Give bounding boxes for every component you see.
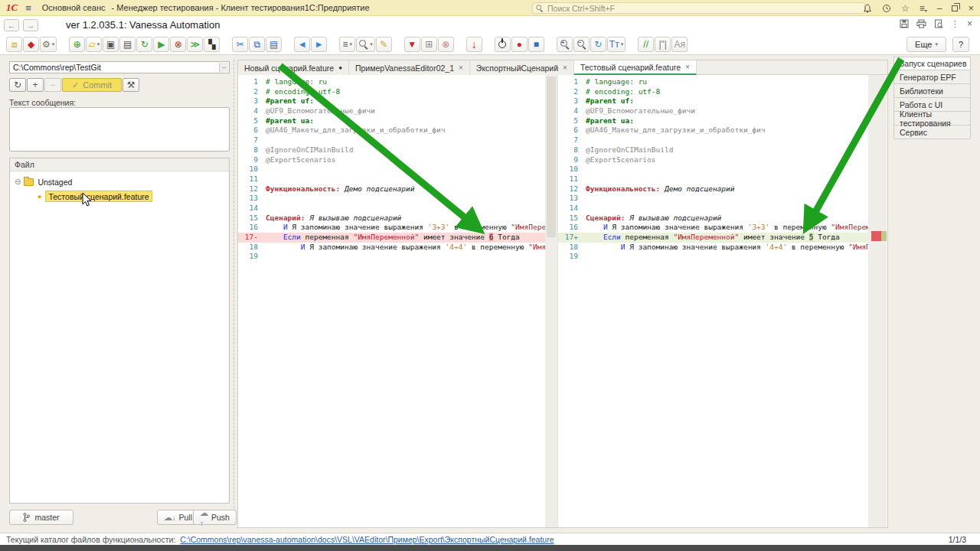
tab-close-icon[interactable]: × [459,64,463,72]
code-line[interactable]: 14 [238,204,545,214]
code-line[interactable]: 6@UA46_Макеты_для_загрузки_и_обработки_ф… [238,126,545,135]
hamburger-icon[interactable]: ≡ [25,2,31,14]
clear-breakpoints-button[interactable]: ⊗ [438,37,454,52]
code-line[interactable]: 13 [238,194,545,204]
code-line[interactable]: 4@UF9_Вспомогательные_фичи [238,106,545,116]
zoom-in-button[interactable]: + [557,37,573,52]
branch-button[interactable]: master [9,510,74,525]
zoom-out-button[interactable]: − [573,37,590,52]
ui-designer-button[interactable]: ⧈ [6,37,22,52]
restore-icon[interactable] [952,5,958,11]
close-icon[interactable]: × [968,3,974,13]
print-preview-icon[interactable] [934,19,943,28]
settings-gear-button[interactable]: ⚙▾ [40,37,57,52]
functions-menu-icon[interactable]: ≡▾ [920,4,927,13]
close-form-icon[interactable]: × [967,18,972,29]
code-line[interactable]: 5#parent ua: [558,116,868,126]
code-line[interactable]: 2# encoding: utf-8 [558,87,868,97]
git-refresh-button[interactable]: ↻ [9,78,26,92]
code-line[interactable]: 6@UA46_Макеты_для_загрузки_и_обработки_ф… [558,126,868,135]
uncomment-button[interactable]: |"| [655,37,671,52]
collapse-icon[interactable]: ⊖ [15,178,21,186]
code-line[interactable]: 19 [238,252,545,262]
forward-button[interactable]: → [23,19,38,31]
code-line[interactable]: 17- Если переменная "ИмяПеременной" имее… [238,233,545,243]
code-line[interactable]: 18 И Я запоминаю значение выражения '4+4… [558,243,868,253]
code-line[interactable]: 1# language: ru [558,77,868,87]
steps-button[interactable]: ▚ [204,37,220,52]
right-menu-item-1[interactable]: Запуск сценариев [893,57,971,70]
editor-tab-4[interactable]: Тестовый сценарий.feature× [574,60,697,75]
code-line[interactable]: 13 [558,194,868,204]
error-diamond-button[interactable]: ◆ [23,37,39,52]
paste-button[interactable]: ▤ [266,37,282,52]
comment-button[interactable]: // [638,37,654,52]
save-document-icon[interactable] [900,19,909,28]
code-line[interactable]: 12Функциональность: Демо подсценарий [558,184,868,194]
back-button[interactable]: ← [4,19,19,31]
power-button[interactable] [495,37,511,52]
save-all-button[interactable]: ▤ [119,37,136,52]
stop-button[interactable]: ■ [528,37,544,52]
sync-button[interactable]: ↻ [590,37,606,52]
diff-pane-original[interactable]: 1# language: ru2# encoding: utf-83#paren… [238,75,545,527]
code-line[interactable]: 16 И Я запоминаю значение выражения '3+3… [238,223,545,233]
breakpoint-list-button[interactable]: ▼ [404,37,420,52]
commit-button[interactable]: ✓Commit [62,78,122,92]
favorites-star-icon[interactable]: ☆ [901,4,910,13]
table-button[interactable]: ⊞ [421,37,437,52]
editor-tab-1[interactable]: Новый сценарий.feature● [238,60,349,75]
font-button[interactable]: Тт▾ [607,37,626,52]
panel-splitter[interactable] [234,60,234,523]
save-button[interactable]: ▣ [103,37,119,52]
run-all-button[interactable]: ≫ [187,37,203,52]
right-menu-item-6[interactable]: Сервис [893,126,971,139]
code-line[interactable]: 17+ Если переменная "ИмяПеременной" имее… [558,233,868,243]
open-file-button[interactable]: ▱▾ [86,37,102,52]
add-scenario-button[interactable]: ⊕ [69,37,85,52]
feature-dir-link[interactable]: C:\Commons\rep\vanessa-automation\docs\V… [180,535,554,544]
brush-button[interactable]: ✎ [376,37,392,52]
prev-button[interactable]: ◄ [294,37,310,52]
print-icon[interactable] [916,19,926,28]
reload-button[interactable]: ↻ [136,37,152,52]
editor-tab-2[interactable]: ПримерVanessaEditor02_1× [349,60,470,75]
code-line[interactable]: 14 [558,204,868,214]
push-button[interactable]: ☁↑ Push [193,510,237,525]
git-remove-button[interactable]: − [44,78,61,92]
code-line[interactable]: 3#parent uf: [238,96,545,106]
code-line[interactable]: 16 И Я запоминаю значение выражения '3+3… [558,223,868,233]
play-button[interactable]: ▶ [153,37,169,52]
code-line[interactable]: 3#parent uf: [558,96,868,106]
code-line[interactable]: 7 [238,135,545,145]
code-line[interactable]: 7 [558,135,868,145]
stop-error-button[interactable]: ⊗ [170,37,186,52]
editor-tab-3[interactable]: ЭкспортныйСценарий× [470,60,574,75]
right-menu-item-2[interactable]: Генератор EPF [893,70,971,84]
code-line[interactable]: 11 [558,174,868,184]
code-line[interactable]: 15Сценарий: Я вызываю подсценарий [238,214,545,223]
code-line[interactable]: 1# language: ru [238,77,545,87]
code-line[interactable]: 19 [558,252,868,262]
next-button[interactable]: ► [311,37,327,52]
history-icon[interactable] [882,4,891,13]
download-button[interactable]: ↓ [466,37,482,52]
search-button[interactable]: ▾ [356,37,375,52]
copy-button[interactable]: ⧉ [249,37,265,52]
notifications-bell-icon[interactable] [863,4,872,13]
code-line[interactable]: 9@ExportScenarios [238,155,545,165]
repo-path-input[interactable]: C:\Commons\rep\TestGit – [9,61,230,73]
code-line[interactable]: 5#parent ua: [238,116,545,126]
code-line[interactable]: 2# encoding: utf-8 [238,87,545,97]
code-line[interactable]: 9@ExportScenarios [558,155,868,165]
commit-message-textarea[interactable] [9,107,230,152]
help-button[interactable]: ? [952,37,969,52]
minimize-icon[interactable]: – [937,4,942,13]
git-tools-button[interactable]: ⚒ [122,78,139,92]
scrollbar-thumb[interactable] [547,77,556,237]
code-line[interactable]: 11 [238,174,545,184]
right-menu-item-3[interactable]: Библиотеки [893,84,971,98]
code-line[interactable]: 10 [238,165,545,174]
tree-folder-row[interactable]: ⊖ Unstaged [10,174,229,189]
list-button[interactable]: ≡▾ [339,37,355,52]
